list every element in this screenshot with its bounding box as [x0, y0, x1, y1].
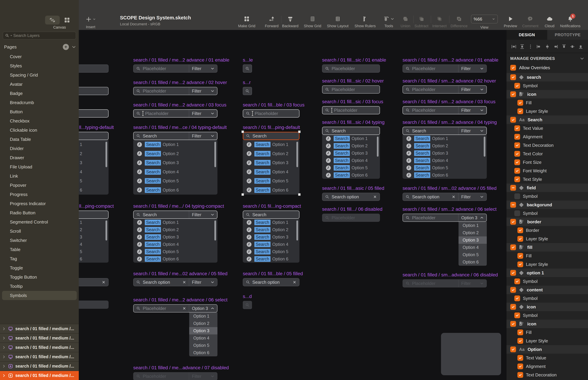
search-result-option[interactable]: Search Option 5 — [133, 248, 217, 255]
override-checkbox[interactable] — [517, 372, 523, 378]
override-checkbox[interactable] — [517, 329, 523, 335]
override-checkbox[interactable] — [510, 185, 516, 191]
filter-dropdown[interactable]: Filter — [458, 66, 486, 71]
artboard-title[interactable]: search / 01 filled / sm...advance / 06 d… — [402, 272, 498, 278]
clear-icon[interactable] — [293, 280, 296, 284]
search-result-option[interactable]: Search Option 3 — [243, 158, 300, 167]
search-field[interactable]: Search option — [322, 193, 380, 201]
search-icon-button[interactable] — [243, 301, 252, 309]
search-field[interactable]: Search — [243, 210, 300, 219]
scrollbar-thumb[interactable] — [106, 142, 107, 167]
search-result-option[interactable]: 6 — [79, 255, 109, 263]
scrollbar-thumb[interactable] — [296, 220, 298, 241]
search-result-option[interactable]: Search Option 4 — [243, 241, 300, 248]
chevron-right-icon[interactable] — [2, 327, 6, 331]
override-checkbox[interactable] — [510, 346, 516, 352]
artboard-title[interactable]: search / 01 fil...ing-compact — [243, 203, 301, 209]
sidebar-item-breadcrumb[interactable]: Breadcrumb — [0, 98, 79, 107]
search-field[interactable]: PlaceholderFilter — [133, 372, 217, 380]
filter-dropdown[interactable]: Filter — [189, 111, 217, 116]
override-checkbox[interactable] — [510, 245, 516, 250]
search-field[interactable]: Placeholder — [79, 64, 109, 73]
search-result-option[interactable]: Search Option 3 — [243, 233, 300, 241]
search-result-option[interactable]: Search Option 5 — [133, 176, 217, 186]
layer-list-item[interactable]: search / 01 filled / medium /... — [0, 371, 79, 380]
search-field[interactable]: Search option — [243, 278, 300, 286]
search-field[interactable]: Placeholder — [322, 106, 380, 114]
filter-dropdown[interactable]: Filter — [189, 89, 217, 94]
sidebar-item-styles[interactable]: Styles — [0, 61, 79, 70]
sidebar-item-cover[interactable]: Cover — [0, 52, 79, 61]
select-option[interactable]: Option 3 — [458, 236, 487, 244]
search-result-option[interactable]: 4 — [79, 241, 109, 248]
override-checkbox[interactable] — [510, 117, 516, 123]
sidebar-item-switcher[interactable]: Switcher — [0, 236, 79, 245]
override-checkbox[interactable] — [514, 210, 520, 216]
tab-design[interactable]: DESIGN — [507, 30, 547, 40]
search-icon-button[interactable] — [243, 64, 252, 73]
select-option[interactable]: Option 3 — [189, 327, 217, 334]
search-result-option[interactable]: 6 — [79, 186, 109, 195]
artboard-title[interactable]: search / 01 fill...sic / 01 enable — [322, 57, 386, 63]
sidebar-item-table[interactable]: Table — [0, 245, 79, 254]
search-result-option[interactable]: 4 — [79, 167, 109, 177]
search-field[interactable]: Placeholder — [79, 109, 109, 117]
search-field[interactable]: Search — [79, 132, 109, 140]
artboard-title[interactable]: search / 01 filled / me...2 advance / 03… — [133, 102, 227, 108]
filter-dropdown[interactable]: Filter — [189, 66, 217, 71]
artboard-title[interactable]: search / 01 filled / me...2 advance / 06… — [133, 297, 228, 303]
override-checkbox[interactable] — [517, 108, 523, 114]
select-option[interactable]: Option 6 — [189, 349, 217, 356]
search-result-option[interactable]: Search Option 6 — [322, 171, 380, 179]
filter-dropdown[interactable]: Filter — [458, 194, 486, 199]
search-result-option[interactable]: Search Option 6 — [133, 255, 217, 263]
toolbar-button-notifications[interactable]: 1Notifications — [558, 15, 583, 28]
spacing-options-icon[interactable] — [528, 44, 533, 50]
override-checkbox[interactable] — [514, 278, 520, 284]
collapse-pages-icon[interactable] — [72, 45, 76, 49]
chevron-right-icon[interactable] — [2, 355, 6, 359]
override-checkbox[interactable] — [514, 151, 520, 157]
canvas[interactable]: ll...sic / 01 enablePlaceholderll...sic … — [79, 30, 507, 380]
search-layers-input[interactable] — [13, 33, 74, 38]
sidebar-item-link[interactable]: Link — [0, 171, 79, 181]
search-field[interactable]: SearchFilter — [402, 127, 487, 135]
override-checkbox[interactable] — [517, 262, 523, 267]
artboard-title[interactable]: search / 01 filled / sm...2 advance / 02… — [402, 78, 496, 84]
artboard-title[interactable]: search / 01 filled / me...advance / 07 d… — [133, 365, 229, 370]
filter-dropdown[interactable]: Filter — [458, 281, 486, 286]
search-field[interactable]: Placeholder — [322, 64, 380, 73]
align-center-horizontal-icon[interactable] — [544, 44, 550, 50]
override-checkbox[interactable] — [517, 338, 523, 344]
search-result-option[interactable]: Search Option 4 — [133, 241, 217, 248]
distribute-horizontal-icon[interactable] — [511, 44, 517, 50]
filter-dropdown[interactable]: Filter — [189, 133, 217, 138]
search-layers-field[interactable] — [3, 32, 76, 39]
filter-dropdown[interactable]: Filter — [189, 280, 217, 285]
search-result-option[interactable]: 1 — [79, 140, 109, 149]
chevron-right-icon[interactable] — [2, 336, 6, 340]
scrollbar-thumb[interactable] — [214, 220, 216, 241]
override-checkbox[interactable] — [510, 321, 516, 327]
search-result-option[interactable]: Search Option 1 — [243, 219, 300, 226]
select-option[interactable]: Option 1 — [458, 222, 487, 229]
search-result-option[interactable]: 1 — [79, 219, 109, 226]
sidebar-item-segmented-control[interactable]: Segmented Control — [0, 217, 79, 227]
sidebar-item-avatar[interactable]: Avatar — [0, 80, 79, 89]
override-checkbox[interactable] — [517, 236, 523, 242]
search-field[interactable]: Search — [322, 127, 380, 135]
search-field[interactable]: PlaceholderFilter — [133, 64, 217, 73]
override-checkbox[interactable] — [517, 355, 523, 361]
search-field[interactable]: PlaceholderFilter — [402, 106, 487, 114]
clear-icon[interactable] — [373, 195, 377, 199]
selection-handle[interactable] — [298, 193, 301, 196]
layer-list-item[interactable]: search / 01 filled / medium /... — [0, 361, 79, 371]
artboard-title[interactable]: search / 01 fill.../ 06 disabled — [322, 207, 382, 212]
search-field[interactable]: Search option — [79, 278, 109, 286]
search-result-option[interactable]: Search Option 3 — [133, 158, 217, 167]
scrollbar-thumb[interactable] — [296, 142, 298, 167]
artboard-title[interactable]: search / 01 filled / sm...2 advance / 03… — [402, 99, 495, 104]
sidebar-item-tag[interactable]: Tag — [0, 254, 79, 263]
search-result-option[interactable]: 5 — [79, 176, 109, 186]
layer-list-item[interactable]: search / 01 filled / medium /... — [0, 333, 79, 342]
